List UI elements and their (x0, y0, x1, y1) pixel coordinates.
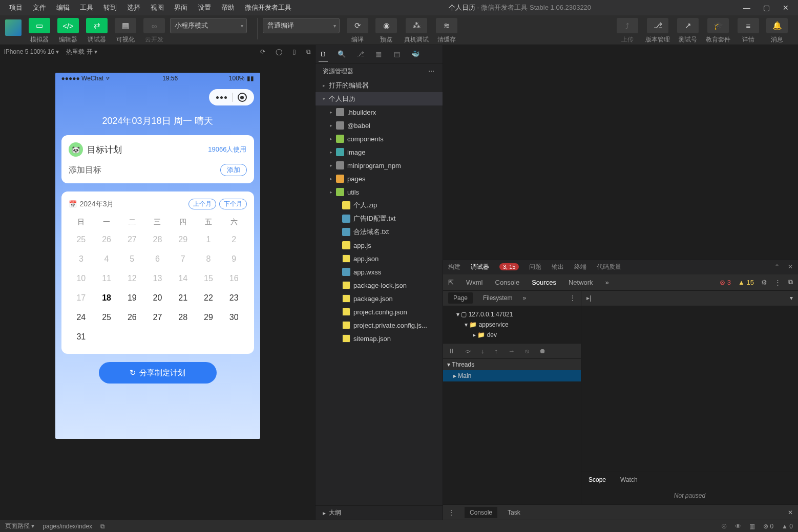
expand-icon[interactable]: ▾ (790, 294, 793, 302)
dock-icon[interactable]: ⋮ (774, 279, 781, 286)
thread-main[interactable]: ▸ Main (443, 370, 581, 381)
calendar-day[interactable]: 30 (221, 308, 247, 327)
tab-watch[interactable]: Watch (613, 476, 645, 483)
error-count[interactable]: ⊗ 3 (720, 279, 731, 286)
device-icon[interactable]: ▯ (292, 48, 296, 55)
tree-item[interactable]: sitemap.json (316, 332, 443, 345)
calendar-day[interactable]: 29 (196, 308, 221, 327)
menu-tools[interactable]: 工具 (75, 3, 98, 12)
popout-icon[interactable]: ⧉ (306, 48, 311, 55)
phone-simulator[interactable]: ●●●●● WeChat ᯤ 19:56 100% ▮▮ 2024年03月18日… (55, 73, 260, 439)
stop-icon[interactable]: ◯ (276, 48, 282, 55)
simulator-button[interactable]: ▭模拟器 (27, 18, 52, 44)
calendar-day[interactable]: 16 (221, 269, 247, 288)
calendar-day[interactable]: 24 (69, 308, 94, 327)
tab-output[interactable]: 输出 (552, 263, 564, 271)
visual-button[interactable]: ▦可视化 (113, 18, 138, 44)
calendar-day[interactable]: 4 (94, 249, 119, 269)
tree-item[interactable]: 广告ID配置.txt (316, 212, 443, 225)
minimize-icon[interactable]: — (743, 4, 750, 12)
kebab-icon[interactable]: ⋮ (570, 294, 576, 302)
calendar-day[interactable]: 31 (69, 327, 94, 347)
share-button[interactable]: ↻ 分享制定计划 (99, 362, 217, 384)
add-goal-placeholder[interactable]: 添加目标 (69, 165, 220, 176)
tree-item[interactable]: app.wxss (316, 265, 443, 279)
outline-section[interactable]: ▸大纲 (316, 505, 443, 520)
target-icon[interactable] (238, 93, 247, 102)
tree-item[interactable]: 合法域名.txt (316, 225, 443, 239)
broadcast-icon[interactable]: ⦾ (722, 523, 727, 530)
tree-item[interactable]: package-lock.json (316, 279, 443, 292)
project-root[interactable]: ▾个人日历 (316, 92, 443, 105)
drawer-console[interactable]: Console (465, 507, 497, 518)
tree-item[interactable]: ▸components (316, 132, 443, 145)
tab-scope[interactable]: Scope (581, 476, 613, 483)
warn-count[interactable]: ▲ 15 (738, 279, 754, 286)
menu-project[interactable]: 项目 (4, 3, 28, 12)
menu-interface[interactable]: 界面 (169, 3, 193, 12)
calendar-day[interactable]: 20 (145, 288, 171, 308)
prev-month-button[interactable]: 上个月 (188, 199, 216, 209)
status-err[interactable]: ⊗ 0 (763, 523, 773, 530)
calendar-day[interactable]: 6 (145, 249, 171, 269)
avatar[interactable] (5, 19, 22, 36)
popout2-icon[interactable]: ⧉ (788, 278, 793, 286)
calendar-day[interactable]: 7 (170, 249, 196, 269)
calendar-day[interactable]: 8 (196, 249, 221, 269)
tree-item[interactable]: ▸utils (316, 185, 443, 199)
tree-item[interactable]: ▸image (316, 145, 443, 159)
menu-edit[interactable]: 编辑 (51, 3, 75, 12)
ext-icon[interactable]: ▦ (374, 50, 383, 58)
menu-settings[interactable]: 设置 (193, 3, 216, 12)
tree-item[interactable]: ▸pages (316, 172, 443, 185)
calendar-day[interactable]: 23 (221, 288, 247, 308)
detail-button[interactable]: ≡详情 (736, 18, 761, 44)
calendar-day[interactable]: 19 (119, 288, 145, 308)
gear-icon[interactable]: ⚙ (761, 279, 767, 286)
tree-item[interactable]: project.config.json (316, 305, 443, 318)
tab-wxml[interactable]: Wxml (466, 279, 483, 286)
drawer-task[interactable]: Task (508, 509, 520, 516)
calendar-day[interactable]: 25 (69, 230, 94, 249)
editor-button[interactable]: </>编辑器 (55, 18, 81, 44)
calendar-day[interactable]: 9 (221, 249, 247, 269)
calendar-day[interactable]: 22 (196, 288, 221, 308)
docker-icon[interactable]: 🐳 (411, 50, 420, 58)
upload-button[interactable]: ⤴上传 (615, 18, 640, 44)
clear-cache-button[interactable]: ≋清缓存 (434, 18, 459, 44)
compile-button[interactable]: ⟳编译 (345, 18, 370, 44)
preview2-icon[interactable]: 👁 (735, 523, 741, 530)
path-label[interactable]: 页面路径 ▾ (5, 522, 34, 530)
calendar-day[interactable]: 29 (170, 230, 196, 249)
calendar-day[interactable]: 21 (170, 288, 196, 308)
tree-item[interactable]: ▸@babel (316, 119, 443, 132)
collapse-icon[interactable]: ⌃ (774, 263, 780, 270)
refresh-icon[interactable]: ⟳ (260, 48, 265, 55)
debugger-button[interactable]: ⇄调试器 (84, 18, 110, 44)
src-dev[interactable]: ▸ 📁 dev (446, 330, 578, 340)
step-out-icon[interactable]: ↑ (495, 347, 498, 355)
tree-item[interactable]: app.js (316, 239, 443, 252)
calendar-day[interactable]: 28 (170, 308, 196, 327)
calendar-day[interactable]: 18 (94, 288, 119, 308)
tab-terminal[interactable]: 终端 (574, 263, 586, 271)
status-warn[interactable]: ▲ 0 (782, 523, 793, 530)
close-icon[interactable]: ✕ (783, 4, 789, 12)
menu-view[interactable]: 视图 (145, 3, 169, 12)
npm-icon[interactable]: ▤ (392, 50, 402, 58)
search-icon[interactable]: 🔍 (337, 50, 346, 58)
src-host[interactable]: ▾ ▢ 127.0.0.1:47021 (446, 309, 578, 320)
close-panel-icon[interactable]: ✕ (788, 263, 793, 270)
preview-button[interactable]: ◉预览 (373, 18, 399, 44)
add-button[interactable]: 添加 (220, 164, 247, 176)
compile-combo[interactable]: 普通编译 (263, 18, 340, 33)
maximize-icon[interactable]: ▢ (763, 4, 770, 12)
drawer-close-icon[interactable]: ✕ (788, 509, 793, 516)
tree-item[interactable]: ▸miniprogram_npm (316, 159, 443, 172)
calendar-day[interactable]: 1 (196, 230, 221, 249)
calendar-day[interactable]: 13 (145, 269, 171, 288)
tab-filesystem[interactable]: Filesystem (483, 294, 512, 302)
calendar-day[interactable]: 11 (94, 269, 119, 288)
step-in-icon[interactable]: ↓ (481, 347, 485, 355)
tab-problems[interactable]: 问题 (529, 263, 541, 271)
